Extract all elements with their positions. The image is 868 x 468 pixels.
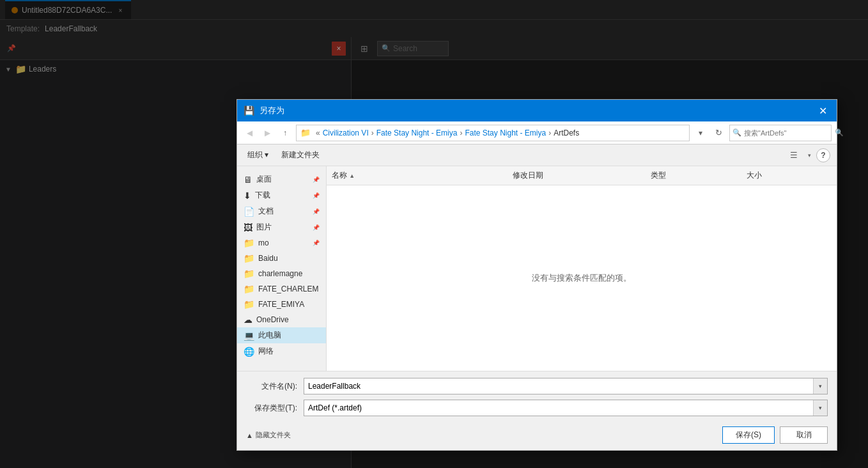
filename-input[interactable] [304, 382, 813, 391]
sidebar-item-label: 文档 [258, 206, 274, 217]
filelist-header: 名称 ▲ 修改日期 类型 大小 [327, 166, 837, 185]
sidebar-item-label: 网络 [258, 346, 274, 357]
sidebar-item-downloads[interactable]: ⬇ 下载 📌 [237, 187, 326, 203]
documents-icon: 📄 [244, 207, 254, 217]
sidebar-item-network[interactable]: 🌐 网络 [237, 343, 326, 359]
sidebar-item-documents[interactable]: 📄 文档 📌 [237, 203, 326, 219]
pin-indicator: 📌 [313, 208, 320, 215]
forward-button[interactable]: ▶ [260, 126, 274, 140]
sidebar-item-baidu[interactable]: 📁 Baidu [237, 251, 326, 266]
dialog-filelist: 名称 ▲ 修改日期 类型 大小 没有与搜索条件匹配的项。 [327, 166, 837, 371]
network-icon: 🌐 [244, 347, 254, 357]
sidebar-item-label: Baidu [258, 254, 278, 263]
sidebar-item-onedrive[interactable]: ☁ OneDrive [237, 312, 326, 327]
sidebar-item-label: OneDrive [256, 315, 289, 324]
sidebar-item-fate-emiya[interactable]: 📁 FATE_EMIYA [237, 297, 326, 312]
filetype-combo[interactable]: ▾ [304, 400, 828, 416]
sidebar-item-label: 此电脑 [258, 330, 281, 341]
new-folder-label: 新建文件夹 [281, 150, 320, 160]
sidebar-item-pictures[interactable]: 🖼 图片 📌 [237, 219, 326, 235]
dialog-content: 🖥 桌面 📌 ⬇ 下载 📌 📄 文档 📌 🖼 图片 📌 [237, 166, 837, 371]
filetype-label: 保存类型(T): [246, 403, 297, 414]
filetype-dropdown-button[interactable]: ▾ [813, 400, 827, 416]
organize-button[interactable]: 组织 ▾ [244, 148, 272, 162]
pin-indicator: 📌 [313, 192, 320, 199]
expand-arrow-icon: ▲ [246, 432, 253, 439]
dialog-title-text: 另存为 [260, 105, 810, 116]
sidebar-item-label: FATE_EMIYA [258, 300, 304, 309]
dialog-close-button[interactable]: ✕ [815, 103, 830, 118]
back-button[interactable]: ◀ [242, 126, 256, 140]
sidebar-item-label: mo [258, 238, 269, 247]
sidebar-item-thispc[interactable]: 💻 此电脑 [237, 327, 326, 343]
sidebar-item-desktop[interactable]: 🖥 桌面 📌 [237, 171, 326, 187]
breadcrumb-part-2[interactable]: Fate Stay Night - Emiya [376, 129, 458, 137]
sidebar-item-mo[interactable]: 📁 mo 📌 [237, 235, 326, 251]
filename-label: 文件名(N): [246, 381, 297, 392]
sidebar-item-charlemagne[interactable]: 📁 charlemagne [237, 266, 326, 281]
hide-folder-label: 隐藏文件夹 [256, 430, 291, 440]
view-arrow-icon: ▾ [808, 152, 811, 159]
organize-label: 组织 ▾ [247, 150, 268, 160]
filetype-row: 保存类型(T): ▾ [246, 400, 828, 416]
breadcrumb-bar: 📁 « Civilization VI › Fate Stay Night - … [296, 125, 690, 141]
column-date[interactable]: 修改日期 [508, 169, 646, 182]
dialog-title-icon: 💾 [244, 105, 254, 116]
filename-dropdown-button[interactable]: ▾ [813, 378, 827, 394]
dialog-titlebar: 💾 另存为 ✕ [237, 100, 837, 121]
dialog-sidebar: 🖥 桌面 📌 ⬇ 下载 📌 📄 文档 📌 🖼 图片 📌 [237, 166, 327, 371]
up-button[interactable]: ↑ [278, 126, 292, 140]
filetype-input[interactable] [304, 403, 813, 412]
sidebar-item-label: 图片 [256, 222, 272, 233]
filename-combo[interactable]: ▾ [304, 378, 828, 394]
cancel-button[interactable]: 取消 [780, 426, 828, 444]
pin-indicator: 📌 [313, 240, 320, 246]
thispc-icon: 💻 [244, 331, 254, 341]
pictures-icon: 🖼 [244, 222, 252, 233]
charlemagne-folder-icon: 📁 [244, 269, 254, 279]
pin-indicator: 📌 [313, 224, 320, 231]
column-type[interactable]: 类型 [646, 169, 741, 182]
onedrive-icon: ☁ [244, 315, 252, 325]
dialog-search-field[interactable]: 🔍 🔍 [729, 125, 832, 141]
save-button[interactable]: 保存(S) [722, 426, 775, 444]
search-submit-icon: 🔍 [835, 129, 844, 137]
mo-folder-icon: 📁 [244, 238, 254, 248]
fate-charlem-folder-icon: 📁 [244, 284, 254, 294]
pin-indicator: 📌 [313, 176, 320, 183]
hide-folder-button[interactable]: ▲ 隐藏文件夹 [246, 430, 291, 440]
sidebar-item-fate-charlem[interactable]: 📁 FATE_CHARLEM [237, 281, 326, 297]
dialog-footer: ▲ 隐藏文件夹 保存(S) 取消 [237, 423, 837, 450]
sidebar-item-label: 下载 [255, 190, 270, 201]
sort-arrow-icon: ▲ [349, 173, 355, 179]
sidebar-item-label: 桌面 [256, 174, 272, 185]
dialog-toolbar: 组织 ▾ 新建文件夹 ☰ ▾ ? [237, 144, 837, 166]
help-button[interactable]: ? [816, 148, 830, 162]
view-mode-button[interactable]: ☰ [785, 146, 803, 164]
dialog-search-input[interactable] [744, 129, 832, 137]
desktop-icon: 🖥 [244, 175, 252, 185]
dialog-addressbar: ◀ ▶ ↑ 📁 « Civilization VI › Fate Stay Ni… [237, 121, 837, 144]
breadcrumb-part-3[interactable]: Fate Stay Night - Emiya [465, 129, 546, 137]
dialog-bottombar: 文件名(N): ▾ 保存类型(T): ▾ [237, 371, 837, 423]
sidebar-item-label: FATE_CHARLEM [258, 285, 318, 293]
refresh-button[interactable]: ↻ [711, 126, 725, 140]
dialog-overlay: 💾 另存为 ✕ ◀ ▶ ↑ 📁 « Civilization VI › Fate… [0, 0, 868, 468]
dropdown-button[interactable]: ▾ [694, 126, 708, 140]
filelist-empty-message: 没有与搜索条件匹配的项。 [327, 185, 837, 371]
footer-buttons: 保存(S) 取消 [722, 426, 828, 444]
breadcrumb-part-1[interactable]: Civilization VI [323, 129, 369, 137]
dialog-search-icon: 🔍 [732, 129, 741, 137]
save-dialog: 💾 另存为 ✕ ◀ ▶ ↑ 📁 « Civilization VI › Fate… [236, 99, 837, 451]
baidu-folder-icon: 📁 [244, 253, 254, 263]
column-name[interactable]: 名称 ▲ [327, 169, 508, 182]
column-size[interactable]: 大小 [741, 169, 837, 182]
download-icon: ⬇ [244, 191, 251, 201]
sidebar-item-label: charlemagne [258, 269, 302, 278]
breadcrumb-folder-icon: 📁 [300, 128, 311, 137]
new-folder-button[interactable]: 新建文件夹 [277, 148, 323, 162]
footer-left: ▲ 隐藏文件夹 [246, 430, 722, 440]
fate-emiya-folder-icon: 📁 [244, 299, 254, 309]
breadcrumb-current: ArtDefs [554, 129, 579, 137]
filename-row: 文件名(N): ▾ [246, 378, 828, 394]
